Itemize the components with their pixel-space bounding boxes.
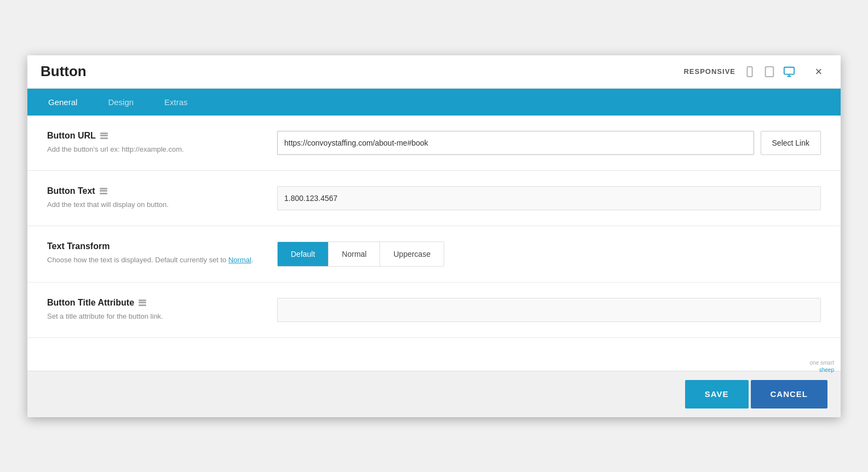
tab-design[interactable]: Design — [93, 89, 149, 116]
modal-header: Button RESPONSIVE — [27, 55, 841, 89]
scroll-area[interactable]: Button URL Add the button's url ex: http… — [27, 116, 841, 371]
button-title-input[interactable] — [277, 298, 821, 322]
tabs-bar: General Design Extras — [27, 89, 841, 116]
button-text-input[interactable] — [277, 186, 821, 210]
button-url-section: Button URL Add the button's url ex: http… — [27, 116, 841, 171]
normal-link[interactable]: Normal — [228, 256, 251, 264]
select-link-button[interactable]: Select Link — [761, 131, 821, 155]
button-title-desc: Set a title attribute for the button lin… — [47, 311, 255, 322]
section-url-left: Button URL Add the button's url ex: http… — [47, 131, 255, 155]
tab-general[interactable]: General — [33, 89, 93, 116]
header-controls: RESPONSIVE — [683, 63, 827, 80]
text-transform-desc: Choose how the text is displayed. Defaul… — [47, 255, 255, 266]
db-icon-title[interactable] — [139, 300, 146, 306]
button-url-desc: Add the button's url ex: http://example.… — [47, 144, 255, 155]
section-title-left: Button Title Attribute Set a title attri… — [47, 298, 255, 322]
db-icon-text[interactable] — [100, 188, 107, 194]
db-icon-url[interactable] — [100, 133, 108, 139]
device-icons — [742, 64, 797, 79]
transform-default-button[interactable]: Default — [278, 242, 329, 266]
transform-button-group: Default Normal Uppercase — [277, 241, 444, 267]
section-text-right — [277, 186, 821, 210]
responsive-label: RESPONSIVE — [683, 67, 735, 76]
section-title-right — [277, 298, 821, 322]
svg-rect-0 — [747, 66, 752, 76]
button-title-section: Button Title Attribute Set a title attri… — [27, 283, 841, 338]
button-url-input[interactable] — [277, 131, 754, 155]
button-text-desc: Add the text that will display on button… — [47, 199, 255, 210]
button-text-label: Button Text — [47, 186, 255, 196]
text-transform-section: Text Transform Choose how the text is di… — [27, 226, 841, 283]
branding-line1: one smart — [810, 359, 834, 366]
section-text-left: Button Text Add the text that will displ… — [47, 186, 255, 210]
tab-extras[interactable]: Extras — [149, 89, 203, 116]
section-url-right: Select Link — [277, 131, 821, 155]
section-transform-right: Default Normal Uppercase — [277, 241, 821, 267]
text-transform-label: Text Transform — [47, 241, 255, 251]
desktop-icon[interactable] — [781, 64, 797, 79]
close-button[interactable]: × — [810, 63, 827, 80]
button-url-label: Button URL — [47, 131, 255, 141]
mobile-icon[interactable] — [742, 64, 757, 79]
button-text-section: Button Text Add the text that will displ… — [27, 171, 841, 226]
modal-footer: SAVE CANCEL — [27, 371, 841, 417]
branding: one smart sheep — [810, 359, 834, 373]
transform-normal-button[interactable]: Normal — [329, 242, 380, 266]
cancel-button[interactable]: CANCEL — [751, 380, 828, 408]
button-title-label: Button Title Attribute — [47, 298, 255, 308]
svg-rect-2 — [766, 66, 774, 76]
save-button[interactable]: SAVE — [685, 380, 749, 408]
tablet-icon[interactable] — [762, 64, 777, 79]
transform-uppercase-button[interactable]: Uppercase — [380, 242, 444, 266]
modal-title: Button — [41, 63, 87, 80]
svg-rect-4 — [784, 67, 794, 74]
button-modal: Button RESPONSIVE — [27, 55, 841, 417]
section-transform-left: Text Transform Choose how the text is di… — [47, 241, 255, 266]
branding-line2: sheep — [810, 366, 834, 373]
